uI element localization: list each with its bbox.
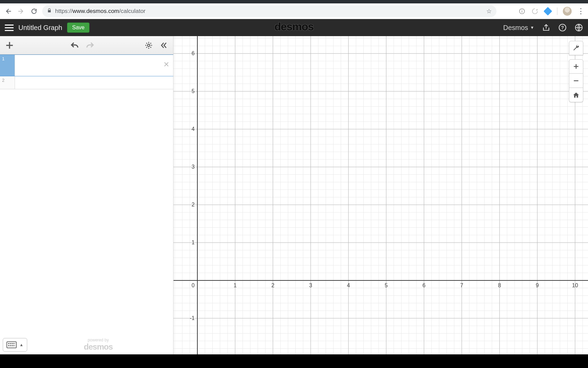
wrench-icon <box>572 44 580 52</box>
zoom-in-button[interactable] <box>569 59 583 74</box>
svg-text:2: 2 <box>272 282 275 288</box>
arrow-left-icon <box>5 8 12 15</box>
chevron-up-icon: ▲ <box>19 342 23 347</box>
extension-info-icon[interactable] <box>518 7 526 15</box>
keypad-toggle-button[interactable]: ▲ <box>3 338 27 352</box>
svg-text:4: 4 <box>347 282 350 288</box>
share-button[interactable] <box>542 23 551 32</box>
svg-text:?: ? <box>561 25 564 30</box>
lock-icon <box>47 8 52 14</box>
browser-right-controls: ⋮ <box>518 7 585 16</box>
language-button[interactable] <box>574 23 583 32</box>
browser-toolbar: https:// www.desmos.com /calculator ☆ ⋮ <box>0 3 588 19</box>
svg-text:10: 10 <box>572 282 578 288</box>
desmos-dropdown-label: Desmos <box>503 24 528 32</box>
brand-logo: desmos <box>275 20 314 33</box>
bookmark-star-icon[interactable]: ☆ <box>486 7 492 15</box>
browser-address-bar[interactable]: https:// www.desmos.com /calculator ☆ <box>42 5 496 17</box>
svg-text:7: 7 <box>460 282 463 288</box>
browser-tab-strip <box>0 0 588 3</box>
extension-refresh-icon[interactable] <box>531 7 539 15</box>
expression-toolbar <box>0 36 173 55</box>
svg-rect-1 <box>522 11 522 13</box>
powered-by-label: powered by desmos <box>84 338 170 352</box>
main-menu-button[interactable] <box>5 23 14 32</box>
browser-menu-button[interactable]: ⋮ <box>577 7 585 16</box>
graph-title[interactable]: Untitled Graph <box>18 24 62 32</box>
expression-list: 1 × 2 <box>0 55 173 354</box>
separator <box>557 7 557 15</box>
expression-row[interactable]: 2 <box>0 76 173 89</box>
header-right-controls: Desmos ▼ ? <box>503 23 583 32</box>
svg-rect-2 <box>522 10 522 10</box>
browser-back-button[interactable] <box>3 6 13 16</box>
expression-index: 2 <box>0 76 15 89</box>
add-expression-button[interactable] <box>3 39 16 51</box>
minus-icon <box>573 77 579 84</box>
svg-text:2: 2 <box>192 202 195 208</box>
workspace: 1 × 2 ▲ powered by desmos 012345678910-1… <box>0 36 588 354</box>
graph-canvas[interactable]: 012345678910-1123456 <box>174 36 588 354</box>
undo-icon <box>70 42 79 49</box>
redo-icon <box>85 42 94 49</box>
expression-input[interactable] <box>15 76 173 89</box>
help-button[interactable]: ? <box>558 23 567 32</box>
expression-input[interactable] <box>15 55 173 76</box>
svg-text:1: 1 <box>192 240 195 245</box>
graph-controls <box>569 41 583 102</box>
globe-icon <box>575 24 583 32</box>
app-header: Untitled Graph Save desmos Desmos ▼ ? <box>0 19 588 36</box>
chevron-double-left-icon <box>160 42 167 49</box>
svg-text:-1: -1 <box>190 315 195 321</box>
svg-text:6: 6 <box>192 50 195 56</box>
redo-button[interactable] <box>84 39 96 51</box>
url-host: www.desmos.com <box>72 8 119 15</box>
svg-text:0: 0 <box>192 282 195 288</box>
graph-area[interactable]: 012345678910-1123456 <box>174 36 588 354</box>
delete-expression-button[interactable]: × <box>164 60 169 69</box>
svg-text:5: 5 <box>385 282 388 288</box>
plus-icon <box>573 63 579 70</box>
help-icon: ? <box>558 24 567 32</box>
svg-text:3: 3 <box>192 164 195 170</box>
gear-icon <box>145 41 153 49</box>
graph-settings-button[interactable] <box>569 41 583 55</box>
browser-reload-button[interactable] <box>29 6 39 16</box>
extension-diamond-icon[interactable] <box>544 7 552 15</box>
url-path: /calculator <box>119 8 145 15</box>
svg-text:4: 4 <box>192 126 195 132</box>
browser-url: https:// www.desmos.com /calculator <box>55 8 146 15</box>
chevron-down-icon: ▼ <box>530 25 534 30</box>
powered-big: desmos <box>84 342 113 351</box>
browser-forward-button[interactable] <box>16 6 26 16</box>
profile-avatar[interactable] <box>563 7 572 16</box>
svg-text:9: 9 <box>536 282 539 288</box>
arrow-right-icon <box>18 8 24 15</box>
expression-panel: 1 × 2 ▲ powered by desmos <box>0 36 174 354</box>
desmos-logo-text: desmos <box>275 20 314 33</box>
reload-icon <box>31 8 37 15</box>
svg-text:8: 8 <box>498 282 501 288</box>
zoom-out-button[interactable] <box>569 74 583 88</box>
svg-point-6 <box>148 44 150 46</box>
plus-icon <box>5 41 14 50</box>
expression-index: 1 <box>0 55 15 76</box>
zoom-home-button[interactable] <box>569 88 583 102</box>
share-icon <box>542 24 550 32</box>
desmos-dropdown[interactable]: Desmos ▼ <box>503 24 534 32</box>
svg-text:1: 1 <box>234 282 237 288</box>
keyboard-icon <box>6 341 17 348</box>
expression-row[interactable]: 1 × <box>0 55 173 76</box>
svg-text:3: 3 <box>309 282 312 288</box>
svg-text:5: 5 <box>192 88 195 94</box>
collapse-panel-button[interactable] <box>158 39 170 51</box>
settings-button[interactable] <box>143 39 155 51</box>
svg-text:6: 6 <box>423 282 426 288</box>
undo-button[interactable] <box>69 39 81 51</box>
bottom-bar <box>0 354 588 368</box>
url-scheme: https:// <box>55 8 72 15</box>
save-button[interactable]: Save <box>67 22 89 33</box>
home-icon <box>573 92 579 98</box>
